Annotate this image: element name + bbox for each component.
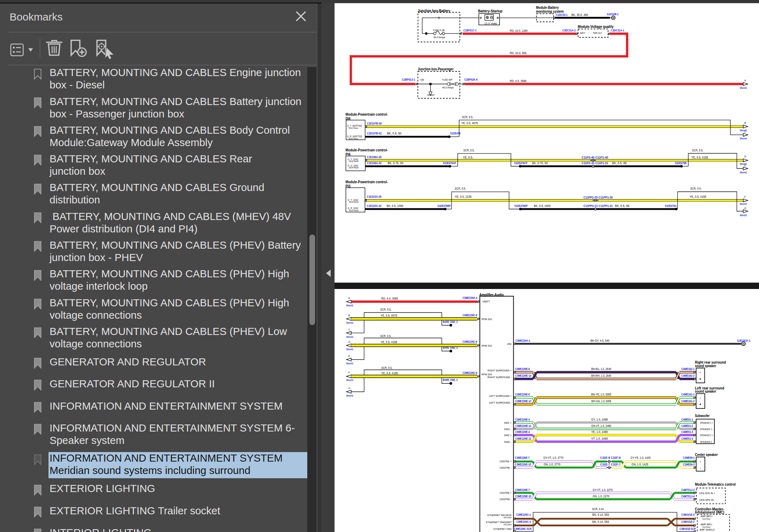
svg-text:C1DC03-1: C1DC03-1 — [556, 13, 567, 17]
svg-text:SCR, 0.14,: SCR, 0.14, — [592, 507, 604, 511]
svg-text:PI3: PI3 — [346, 184, 350, 188]
svg-text:G: G — [348, 387, 350, 389]
svg-text:C4MT01J-4: C4MT01J-4 — [681, 495, 695, 498]
svg-text:CENTRE +: CENTRE + — [500, 491, 512, 495]
svg-text:Sheet2: Sheet2 — [740, 87, 747, 89]
svg-text:Sheet1: Sheet1 — [346, 304, 353, 307]
svg-text:E: E — [348, 355, 350, 357]
svg-text:SW1 +: SW1 + — [504, 421, 512, 424]
svg-text:D: D — [744, 155, 746, 158]
svg-text:C4ME161-1: C4ME161-1 — [681, 393, 695, 396]
svg-text:AMP SHIELD: AMP SHIELD — [700, 528, 715, 531]
svg-text:YE, 0.5, 1230: YE, 0.5, 1230 — [455, 195, 472, 198]
svg-text:C3ME22NE-4: C3ME22NE-4 — [515, 430, 530, 434]
svg-text:RIGHT SURROUND -: RIGHT SURROUND - — [487, 376, 512, 379]
svg-text:+: + — [700, 397, 701, 400]
svg-text:C2ME06-1: C2ME06-1 — [683, 456, 695, 459]
svg-text:Sheet2: Sheet2 — [740, 214, 747, 216]
svg-text:PWR OUT: PWR OUT — [593, 31, 602, 35]
svg-text:Subwoofer: Subwoofer — [695, 414, 709, 418]
svg-text:Battery-Startup: Battery-Startup — [478, 9, 502, 13]
svg-text:C3ME22NC-SCR: C3ME22NC-SCR — [514, 527, 532, 531]
svg-text:F: F — [744, 196, 746, 198]
svg-text:GY, 1.0, 2480: GY, 1.0, 2480 — [591, 418, 608, 421]
svg-text:+: + — [700, 460, 701, 463]
svg-text:C3ME22NA-1: C3ME22NA-1 — [515, 339, 530, 342]
svg-text:YE, 0.5, 4155: YE, 0.5, 4155 — [691, 156, 708, 159]
svg-text:BK, 0.75, 50: BK, 0.75, 50 — [532, 161, 548, 165]
svg-text:SCR, 0.5,: SCR, 0.5, — [381, 366, 393, 370]
svg-text:C1E103A-25: C1E103A-25 — [367, 195, 382, 198]
svg-text:YE, 0.5, 4155: YE, 0.5, 4155 — [381, 340, 397, 344]
svg-text:YE, 0.5, 4075: YE, 0.5, 4075 — [381, 314, 397, 317]
svg-text:SW2 -: SW2 - — [504, 440, 512, 444]
svg-text:GY-VT, 1.0, 2770: GY-VT, 1.0, 2770 — [543, 456, 564, 459]
svg-text:C1E106A-25: C1E106A-25 — [367, 155, 382, 159]
svg-text:GN, 1.0, 1425: GN, 1.0, 1425 — [632, 463, 648, 466]
svg-text:A: A — [348, 297, 350, 299]
svg-text:C1E106A-32: C1E106A-32 — [367, 161, 382, 165]
svg-text:C3MA01E-4: C3MA01E-4 — [681, 513, 695, 516]
svg-text:SCR, 0.5,: SCR, 0.5, — [462, 115, 473, 119]
svg-text:BK, 0.5, 85: BK, 0.5, 85 — [612, 161, 627, 165]
svg-text:YE, 0.5, 4155: YE, 0.5, 4155 — [381, 371, 398, 375]
svg-text:BK, 0.5, 85: BK, 0.5, 85 — [615, 204, 629, 208]
svg-text:C32E-7 C32F-7: C32E-7 C32F-7 — [600, 463, 621, 466]
svg-text:F: F — [348, 371, 350, 374]
svg-text:RIGHT SURROUND +: RIGHT SURROUND + — [487, 369, 512, 372]
svg-text:C3ME22NE-15: C3ME22NE-15 — [515, 495, 531, 498]
svg-text:CENTRE -: CENTRE - — [500, 498, 512, 501]
svg-text:C3MA01E-SCR: C3MA01E-SCR — [680, 527, 696, 531]
svg-text:C3ME22NE-5: C3ME22NE-5 — [515, 393, 530, 396]
svg-text:YE, 1.0, 2480: YE, 1.0, 2480 — [591, 430, 608, 434]
svg-text:Silver Plated: Silver Plated — [349, 138, 358, 140]
svg-text:GN, 1.0, 2770: GN, 1.0, 2770 — [544, 463, 560, 466]
svg-text:BK-GY, 4.0, 540: BK-GY, 4.0, 540 — [590, 339, 610, 342]
svg-text:RPM SIG: RPM SIG — [481, 344, 492, 347]
svg-text:C2BP02K-6: C2BP02K-6 — [464, 78, 478, 81]
svg-text:SCR, 0.5,: SCR, 0.5, — [692, 149, 703, 152]
svg-text:SW2 +: SW2 + — [504, 434, 512, 437]
svg-text:C2ME06-2: C2ME06-2 — [683, 463, 695, 466]
svg-text:CEN SPK IN -: CEN SPK IN - — [699, 498, 715, 502]
svg-text:C3ME22NC-3: C3ME22NC-3 — [516, 520, 531, 524]
svg-text:Sheet1: Sheet1 — [346, 322, 353, 324]
svg-text:sound speaker: sound speaker — [695, 364, 716, 368]
svg-text:YE, 0.5, 4075: YE, 0.5, 4075 — [461, 121, 478, 125]
svg-text:RD, 10.0, 1260: RD, 10.0, 1260 — [510, 29, 528, 33]
svg-text:VBATT: VBATT — [483, 300, 490, 303]
svg-text:C1E107B-39: C1E107B-39 — [367, 122, 382, 125]
svg-text:YE, 0.5, 4155: YE, 0.5, 4155 — [690, 195, 706, 198]
svg-text:C4ME01-4: C4ME01-4 — [681, 437, 693, 440]
svg-text:60.0 Amps: 60.0 Amps — [434, 36, 445, 39]
svg-text:C11P2-31 C11P1-31: C11P2-31 C11P1-31 — [582, 161, 608, 165]
svg-text:C11PP2-20 C11PP1-20: C11PP2-20 C11PP1-20 — [583, 196, 613, 199]
svg-text:Module-Voltage quality: Module-Voltage quality — [578, 25, 614, 29]
svg-text:E: E — [744, 164, 746, 167]
svg-text:ETHERNET GND: ETHERNET GND — [493, 527, 512, 531]
svg-text:C3MA01E-2: C3MA01E-2 — [681, 520, 695, 524]
svg-text:Junction box-Battery: Junction box-Battery — [418, 9, 450, 13]
svg-text:Sheet1: Sheet1 — [346, 379, 353, 381]
svg-text:Silver Plated: Silver Plated — [349, 201, 359, 203]
svg-text:B: B — [348, 314, 350, 317]
svg-text:C2BP02J-1: C2BP02J-1 — [402, 78, 415, 81]
svg-text:C32E-8 C32F-8: C32E-8 C32F-8 — [600, 456, 621, 459]
svg-text:CENTRE -: CENTRE - — [500, 466, 512, 469]
svg-text:S1DE479CP: S1DE479CP — [514, 161, 527, 165]
svg-text:C11PP2-21 C11PP1-21: C11PP2-21 C11PP1-21 — [583, 204, 613, 208]
svg-text:GN-VT, 1.0, 2480: GN-VT, 1.0, 2480 — [591, 424, 611, 428]
svg-text:SCR, 0.5,: SCR, 0.5, — [380, 334, 392, 338]
svg-text:GN, 1.0, 2270: GN, 1.0, 2270 — [593, 495, 609, 498]
svg-text:Module-Battery: Module-Battery — [536, 6, 559, 10]
svg-text:C3ME22NE-14: C3ME22NE-14 — [515, 374, 531, 377]
svg-text:D: D — [348, 341, 350, 343]
svg-text:C3DC31A-1: C3DC31A-1 — [611, 29, 624, 32]
svg-text:Sheet1: Sheet1 — [346, 336, 353, 338]
svg-text:S1DE479DP: S1DE479DP — [514, 204, 528, 208]
svg-text:A: A — [744, 79, 746, 82]
svg-text:C3ME22NE-7: C3ME22NE-7 — [515, 456, 530, 459]
svg-text:BATT: BATT — [580, 31, 585, 35]
svg-text:CENTRE +: CENTRE + — [500, 460, 512, 463]
svg-text:BARE_END_3: BARE_END_3 — [443, 378, 458, 382]
